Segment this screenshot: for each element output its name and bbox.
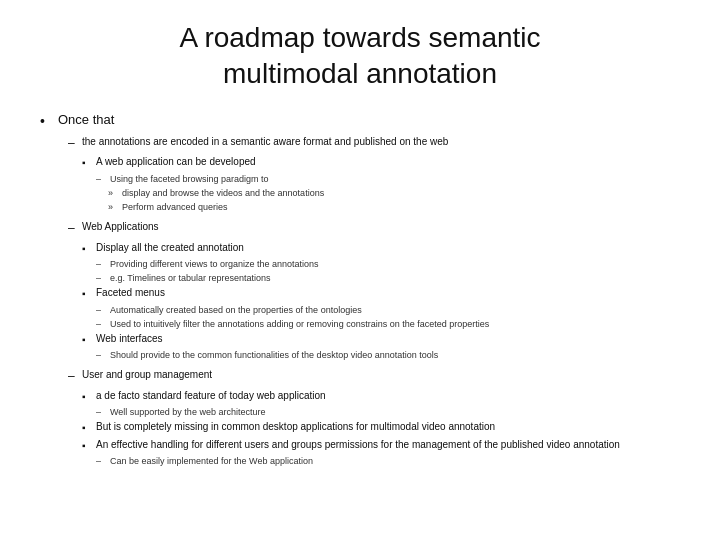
main-bullet: • Once that [40,111,680,131]
section-1-dash: – the annotations are encoded in a seman… [68,135,680,152]
section-3-label: User and group management [82,368,212,383]
section-2-subdash-3: – Automatically created based on the pro… [96,304,680,317]
slide-content: • Once that – the annotations are encode… [40,111,680,468]
section-3-sub-1: ▪ a de facto standard feature of today w… [82,389,680,405]
section-2-subdash-1: – Providing different views to organize … [96,258,680,271]
section-3-dash: – User and group management [68,368,680,385]
section-3-subdash-1: – Well supported by the web architecture [96,406,680,419]
section-2-sub-3: ▪ Web interfaces [82,332,680,348]
section-1-sub-1: ▪ A web application can be developed [82,155,680,171]
section-2-label: Web Applications [82,220,159,235]
section-2-subdash-5: – Should provide to the common functiona… [96,349,680,362]
section-2-dash: – Web Applications [68,220,680,237]
slide-title: A roadmap towards semantic multimodal an… [40,20,680,93]
section-3-sub-3: ▪ An effective handling for different us… [82,438,680,454]
section-1-sub-dash-1: – Using the faceted browsing paradigm to [96,173,680,186]
section-2-subdash-4: – Used to intuitively filter the annotat… [96,318,680,331]
bullet-marker: • [40,111,58,131]
once-that-label: Once that [58,111,114,130]
section-2-subdash-2: – e.g. Timelines or tabular representati… [96,272,680,285]
section-2-sub-2: ▪ Faceted menus [82,286,680,302]
section-3-subdash-2: – Can be easily implemented for the Web … [96,455,680,468]
section-1-arrow-1: » display and browse the videos and the … [108,187,680,200]
section-2-sub-1: ▪ Display all the created annotation [82,241,680,257]
section-3-sub-2: ▪ But is completely missing in common de… [82,420,680,436]
section-1-arrow-2: » Perform advanced queries [108,201,680,214]
section-1-label: the annotations are encoded in a semanti… [82,135,448,150]
